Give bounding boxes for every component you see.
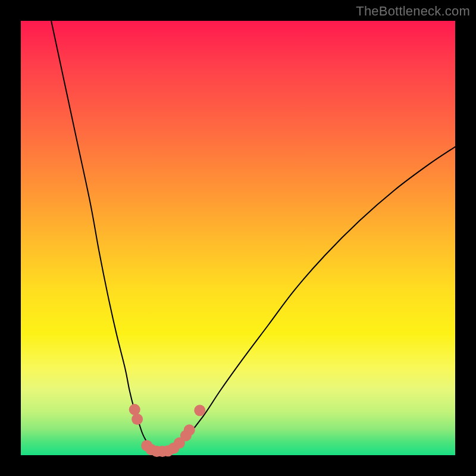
curve-right	[173, 147, 456, 451]
watermark-text: TheBottleneck.com	[356, 4, 470, 19]
marker-dot	[131, 414, 143, 425]
marker-dot	[184, 424, 195, 436]
curve-left	[51, 21, 151, 451]
marker-dot	[194, 405, 205, 416]
marker-group	[129, 404, 206, 457]
chart-frame: TheBottleneck.com	[0, 0, 476, 476]
chart-overlay	[21, 21, 455, 455]
marker-dot	[129, 404, 140, 415]
